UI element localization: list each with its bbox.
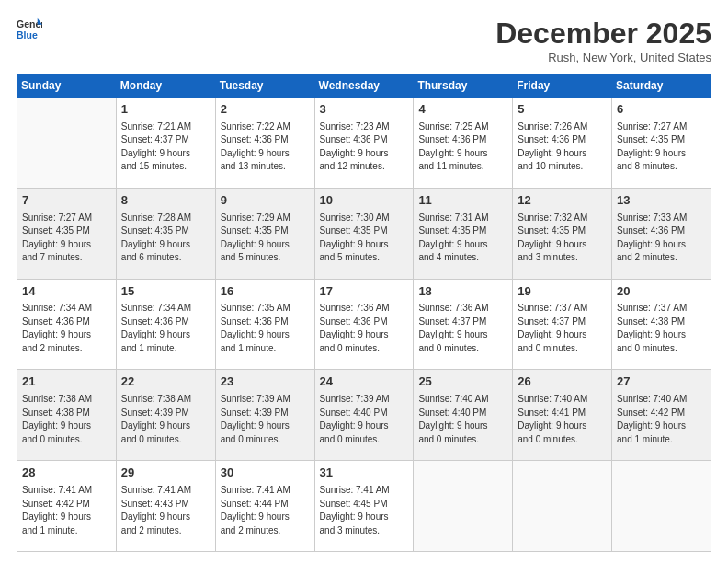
cell-text: Sunrise: 7:35 AM xyxy=(221,302,310,316)
cell-text: Daylight: 9 hours xyxy=(518,238,607,252)
table-row: 8Sunrise: 7:28 AMSunset: 4:35 PMDaylight… xyxy=(116,188,215,279)
cell-text: Sunrise: 7:39 AM xyxy=(221,393,310,407)
cell-text: Sunset: 4:35 PM xyxy=(518,224,607,238)
table-row: 14Sunrise: 7:34 AMSunset: 4:36 PMDayligh… xyxy=(17,279,117,370)
month-title: December 2025 xyxy=(495,17,711,51)
day-number: 25 xyxy=(418,373,507,391)
table-row xyxy=(17,98,117,189)
cell-text: Daylight: 9 hours xyxy=(320,419,409,433)
cell-text: and 0 minutes. xyxy=(221,433,310,447)
cell-text: Daylight: 9 hours xyxy=(320,238,409,252)
cell-text: Sunset: 4:42 PM xyxy=(22,498,111,511)
calendar-week-row: 14Sunrise: 7:34 AMSunset: 4:36 PMDayligh… xyxy=(17,279,711,370)
cell-text: Daylight: 9 hours xyxy=(320,328,409,342)
cell-text: Sunrise: 7:29 AM xyxy=(221,212,310,225)
cell-text: Sunrise: 7:28 AM xyxy=(121,212,210,225)
day-number: 5 xyxy=(518,101,607,119)
location: Rush, New York, United States xyxy=(495,51,711,64)
table-row: 1Sunrise: 7:21 AMSunset: 4:37 PMDaylight… xyxy=(116,98,215,189)
col-thursday: Thursday xyxy=(414,75,513,98)
table-row: 27Sunrise: 7:40 AMSunset: 4:42 PMDayligh… xyxy=(612,370,711,461)
day-number: 18 xyxy=(418,283,507,301)
table-row: 30Sunrise: 7:41 AMSunset: 4:44 PMDayligh… xyxy=(215,461,314,552)
table-row: 9Sunrise: 7:29 AMSunset: 4:35 PMDaylight… xyxy=(215,188,314,279)
cell-text: Sunrise: 7:40 AM xyxy=(418,393,507,407)
cell-text: and 8 minutes. xyxy=(617,160,706,174)
cell-text: and 0 minutes. xyxy=(320,433,409,447)
cell-text: and 10 minutes. xyxy=(518,160,607,174)
day-number: 13 xyxy=(617,192,706,210)
cell-text: Daylight: 9 hours xyxy=(121,419,210,433)
cell-text: and 0 minutes. xyxy=(518,342,607,356)
cell-text: Daylight: 9 hours xyxy=(617,238,706,252)
cell-text: Daylight: 9 hours xyxy=(518,147,607,161)
cell-text: Sunrise: 7:41 AM xyxy=(221,484,310,498)
cell-text: Sunrise: 7:38 AM xyxy=(121,393,210,407)
day-number: 30 xyxy=(221,465,310,482)
cell-text: Sunrise: 7:37 AM xyxy=(518,302,607,316)
cell-text: and 15 minutes. xyxy=(121,160,210,174)
day-number: 24 xyxy=(320,373,409,391)
calendar-table: Sunday Monday Tuesday Wednesday Thursday… xyxy=(17,74,711,552)
day-number: 26 xyxy=(518,373,607,391)
cell-text: Sunset: 4:39 PM xyxy=(121,407,210,420)
cell-text: Sunset: 4:35 PM xyxy=(121,224,210,238)
table-row: 7Sunrise: 7:27 AMSunset: 4:35 PMDaylight… xyxy=(17,188,117,279)
table-row: 25Sunrise: 7:40 AMSunset: 4:40 PMDayligh… xyxy=(414,370,513,461)
cell-text: and 0 minutes. xyxy=(418,342,507,356)
cell-text: Daylight: 9 hours xyxy=(221,238,310,252)
cell-text: Daylight: 9 hours xyxy=(320,511,409,524)
cell-text: Sunset: 4:36 PM xyxy=(617,224,706,238)
cell-text: and 5 minutes. xyxy=(221,251,310,265)
cell-text: and 0 minutes. xyxy=(418,433,507,447)
cell-text: Sunset: 4:37 PM xyxy=(418,316,507,329)
cell-text: Sunrise: 7:38 AM xyxy=(22,393,111,407)
table-row: 2Sunrise: 7:22 AMSunset: 4:36 PMDaylight… xyxy=(215,98,314,189)
cell-text: Sunrise: 7:40 AM xyxy=(518,393,607,407)
cell-text: Sunset: 4:40 PM xyxy=(418,407,507,420)
day-number: 17 xyxy=(320,283,409,301)
calendar-week-row: 28Sunrise: 7:41 AMSunset: 4:42 PMDayligh… xyxy=(17,461,711,552)
table-row: 26Sunrise: 7:40 AMSunset: 4:41 PMDayligh… xyxy=(513,370,612,461)
col-tuesday: Tuesday xyxy=(215,75,314,98)
cell-text: Daylight: 9 hours xyxy=(418,238,507,252)
col-friday: Friday xyxy=(513,75,612,98)
cell-text: Daylight: 9 hours xyxy=(320,147,409,161)
cell-text: Daylight: 9 hours xyxy=(617,419,706,433)
cell-text: Daylight: 9 hours xyxy=(22,238,111,252)
day-number: 21 xyxy=(22,373,111,391)
cell-text: Sunrise: 7:36 AM xyxy=(320,302,409,316)
cell-text: Daylight: 9 hours xyxy=(518,419,607,433)
table-row: 22Sunrise: 7:38 AMSunset: 4:39 PMDayligh… xyxy=(116,370,215,461)
table-row xyxy=(612,461,711,552)
day-number: 4 xyxy=(418,101,507,119)
day-number: 20 xyxy=(617,283,706,301)
col-monday: Monday xyxy=(116,75,215,98)
cell-text: and 1 minute. xyxy=(221,342,310,356)
cell-text: and 0 minutes. xyxy=(320,342,409,356)
table-row: 19Sunrise: 7:37 AMSunset: 4:37 PMDayligh… xyxy=(513,279,612,370)
cell-text: Sunset: 4:36 PM xyxy=(320,133,409,147)
cell-text: Sunset: 4:36 PM xyxy=(22,316,111,329)
title-area: December 2025 Rush, New York, United Sta… xyxy=(495,17,711,64)
day-number: 14 xyxy=(22,283,111,301)
cell-text: and 2 minutes. xyxy=(121,524,210,538)
cell-text: and 13 minutes. xyxy=(221,160,310,174)
cell-text: Sunrise: 7:27 AM xyxy=(22,212,111,225)
table-row: 6Sunrise: 7:27 AMSunset: 4:35 PMDaylight… xyxy=(612,98,711,189)
cell-text: and 5 minutes. xyxy=(320,251,409,265)
cell-text: Sunset: 4:39 PM xyxy=(221,407,310,420)
day-number: 7 xyxy=(22,192,111,210)
cell-text: Daylight: 9 hours xyxy=(22,419,111,433)
cell-text: Sunset: 4:35 PM xyxy=(418,224,507,238)
table-row: 31Sunrise: 7:41 AMSunset: 4:45 PMDayligh… xyxy=(314,461,414,552)
cell-text: Sunrise: 7:37 AM xyxy=(617,302,706,316)
cell-text: Sunset: 4:37 PM xyxy=(518,316,607,329)
cell-text: and 11 minutes. xyxy=(418,160,507,174)
cell-text: and 0 minutes. xyxy=(617,342,706,356)
cell-text: and 6 minutes. xyxy=(121,251,210,265)
day-number: 19 xyxy=(518,283,607,301)
page: General Blue December 2025 Rush, New Yor… xyxy=(0,0,728,563)
day-number: 1 xyxy=(121,101,210,119)
table-row: 5Sunrise: 7:26 AMSunset: 4:36 PMDaylight… xyxy=(513,98,612,189)
